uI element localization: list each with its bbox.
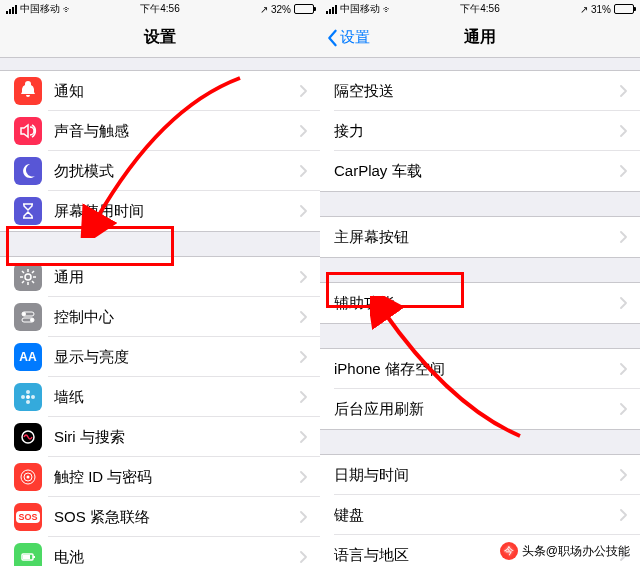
row-label: 通知: [54, 82, 300, 101]
hourglass-icon: [14, 197, 42, 225]
settings-row[interactable]: 隔空投送: [320, 71, 640, 111]
batt-icon: [14, 543, 42, 566]
svg-point-13: [27, 476, 30, 479]
settings-row[interactable]: 触控 ID 与密码: [0, 457, 320, 497]
watermark-text: 头条@职场办公技能: [522, 543, 630, 560]
status-time: 下午4:56: [140, 2, 179, 16]
svg-point-6: [26, 390, 30, 394]
settings-row[interactable]: 勿扰模式: [0, 151, 320, 191]
row-label: 辅助功能: [334, 294, 620, 313]
row-label: 墙纸: [54, 388, 300, 407]
flower-icon: [14, 383, 42, 411]
settings-row[interactable]: SOSSOS 紧急联络: [0, 497, 320, 537]
moon-icon: [14, 157, 42, 185]
settings-row[interactable]: 电池: [0, 537, 320, 566]
svg-rect-15: [33, 556, 35, 558]
settings-row[interactable]: Siri 与搜索: [0, 417, 320, 457]
svg-point-7: [26, 400, 30, 404]
siri-icon: [14, 423, 42, 451]
bell-icon: [14, 77, 42, 105]
row-label: 后台应用刷新: [334, 400, 620, 419]
sound-icon: [14, 117, 42, 145]
status-bar: 中国移动 ᯤ 下午4:56 ↗ 32%: [0, 0, 320, 18]
switches-icon: [14, 303, 42, 331]
status-bar: 中国移动 ᯤ 下午4:56 ↗ 31%: [320, 0, 640, 18]
row-label: 隔空投送: [334, 82, 620, 101]
carrier: 中国移动: [20, 2, 60, 16]
settings-row[interactable]: 通用: [0, 257, 320, 297]
AA-icon: AA: [14, 343, 42, 371]
row-label: 屏幕使用时间: [54, 202, 300, 221]
svg-point-0: [25, 274, 31, 280]
row-label: CarPlay 车载: [334, 162, 620, 181]
settings-row[interactable]: 键盘: [320, 495, 640, 535]
general-screen: 中国移动 ᯤ 下午4:56 ↗ 31% 设置 通用 隔空投送接力CarPlay …: [320, 0, 640, 566]
carrier: 中国移动: [340, 2, 380, 16]
row-label: SOS 紧急联络: [54, 508, 300, 527]
location-icon: ↗: [260, 4, 268, 15]
settings-row[interactable]: 接力: [320, 111, 640, 151]
row-label: 日期与时间: [334, 466, 620, 485]
svg-point-5: [26, 395, 30, 399]
signal-icon: [326, 5, 337, 14]
settings-row[interactable]: 控制中心: [0, 297, 320, 337]
nav-bar: 设置: [0, 18, 320, 58]
settings-screen: 中国移动 ᯤ 下午4:56 ↗ 32% 设置 通知声音与触感勿扰模式屏幕使用时间…: [0, 0, 320, 566]
settings-row[interactable]: 辅助功能: [320, 283, 640, 323]
status-time: 下午4:56: [460, 2, 499, 16]
gear-icon: [14, 263, 42, 291]
settings-row[interactable]: 主屏幕按钮: [320, 217, 640, 257]
settings-row[interactable]: 后台应用刷新: [320, 389, 640, 429]
battery-percent: 31%: [591, 4, 611, 15]
nav-bar: 设置 通用: [320, 18, 640, 58]
battery-percent: 32%: [271, 4, 291, 15]
row-label: 接力: [334, 122, 620, 141]
row-label: 显示与亮度: [54, 348, 300, 367]
svg-point-8: [21, 395, 25, 399]
row-label: 触控 ID 与密码: [54, 468, 300, 487]
row-label: 主屏幕按钮: [334, 228, 620, 247]
row-label: Siri 与搜索: [54, 428, 300, 447]
row-label: 控制中心: [54, 308, 300, 327]
battery-icon: [614, 4, 634, 14]
settings-row[interactable]: 墙纸: [0, 377, 320, 417]
settings-row[interactable]: 日期与时间: [320, 455, 640, 495]
location-icon: ↗: [580, 4, 588, 15]
page-title: 通用: [464, 27, 496, 48]
battery-icon: [294, 4, 314, 14]
settings-row[interactable]: CarPlay 车载: [320, 151, 640, 191]
touch-icon: [14, 463, 42, 491]
page-title: 设置: [144, 27, 176, 48]
back-label: 设置: [340, 28, 370, 47]
row-label: 通用: [54, 268, 300, 287]
settings-row[interactable]: iPhone 储存空间: [320, 349, 640, 389]
svg-rect-16: [23, 555, 30, 559]
wifi-icon: ᯤ: [63, 4, 73, 15]
SOS-icon: SOS: [14, 503, 42, 531]
settings-row[interactable]: 屏幕使用时间: [0, 191, 320, 231]
settings-row[interactable]: 通知: [0, 71, 320, 111]
back-button[interactable]: 设置: [326, 28, 370, 47]
row-label: 声音与触感: [54, 122, 300, 141]
settings-row[interactable]: AA显示与亮度: [0, 337, 320, 377]
watermark-icon: 今: [500, 542, 518, 560]
row-label: 勿扰模式: [54, 162, 300, 181]
wifi-icon: ᯤ: [383, 4, 393, 15]
row-label: 电池: [54, 548, 300, 567]
watermark: 今 头条@职场办公技能: [500, 542, 630, 560]
settings-row[interactable]: 声音与触感: [0, 111, 320, 151]
svg-point-9: [31, 395, 35, 399]
signal-icon: [6, 5, 17, 14]
row-label: 键盘: [334, 506, 620, 525]
row-label: iPhone 储存空间: [334, 360, 620, 379]
